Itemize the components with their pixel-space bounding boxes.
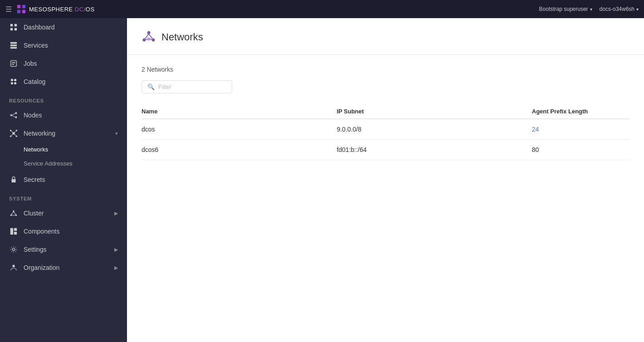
svg-point-25 (16, 130, 18, 132)
sidebar-item-jobs[interactable]: Jobs (0, 54, 127, 73)
filter-box[interactable]: 🔍 (141, 80, 232, 93)
svg-line-50 (145, 39, 147, 40)
svg-rect-11 (11, 61, 17, 67)
sidebar-item-settings[interactable]: Settings ▶ (0, 240, 127, 259)
networking-arrow-icon: ▾ (115, 131, 118, 137)
sidebar-item-cluster[interactable]: Cluster ▶ (0, 204, 127, 222)
svg-rect-0 (17, 5, 20, 8)
networks-count: 2 Networks (141, 66, 629, 73)
sidebar-item-secrets-label: Secrets (24, 176, 118, 183)
user-chevron-icon: ▾ (590, 7, 592, 12)
settings-icon (9, 245, 18, 254)
top-nav: ☰ MESOSPHERE DC/OS Bootstrap superuser ▾… (0, 0, 644, 18)
svg-rect-9 (10, 44, 17, 46)
svg-line-28 (12, 132, 13, 133)
cluster-menu[interactable]: docs-o34w6sh ▾ (600, 6, 639, 12)
sidebar-item-cluster-label: Cluster (24, 210, 109, 217)
cell-prefix-1: 80 (532, 140, 629, 160)
svg-rect-2 (17, 10, 20, 13)
components-icon (9, 227, 18, 236)
sidebar-item-components[interactable]: Components (0, 222, 127, 240)
system-section-label: System (0, 189, 127, 204)
sidebar-item-services-label: Services (24, 42, 118, 49)
cell-subnet-0: 9.0.0.0/8 (337, 119, 532, 140)
svg-point-24 (10, 130, 12, 132)
user-menu[interactable]: Bootstrap superuser ▾ (539, 6, 592, 12)
svg-rect-39 (10, 228, 13, 235)
sidebar-item-networking[interactable]: Networking ▾ (0, 124, 127, 142)
svg-line-21 (12, 113, 15, 116)
col-header-name: Name (141, 104, 337, 119)
col-header-prefix: Agent Prefix Length (532, 104, 629, 119)
sidebar-item-settings-label: Settings (24, 246, 109, 253)
svg-point-17 (14, 82, 16, 84)
networks-header-icon (141, 29, 156, 45)
main-content: Networks 2 Networks 🔍 Name IP Subnet Age… (127, 18, 644, 342)
cluster-icon (9, 209, 18, 218)
page-header: Networks (127, 18, 644, 55)
sidebar-item-organization[interactable]: Organization ▶ (0, 259, 127, 277)
sidebar-item-nodes[interactable]: Nodes (0, 106, 127, 124)
sidebar-item-jobs-label: Jobs (24, 60, 118, 67)
sidebar-item-catalog-label: Catalog (24, 78, 118, 85)
svg-rect-41 (14, 232, 17, 235)
cell-name-1: dcos6 (141, 140, 337, 160)
svg-rect-18 (10, 114, 12, 116)
table-body: dcos 9.0.0.0/8 24 dcos6 fd01:b::/64 80 (141, 119, 629, 160)
sidebar-subitem-service-addresses[interactable]: Service Addresses (24, 156, 127, 171)
networking-submenu: Networks Service Addresses (0, 142, 127, 171)
svg-point-34 (10, 215, 12, 216)
organization-arrow-icon: ▶ (114, 265, 118, 271)
sidebar-item-dashboard[interactable]: Dashboard (0, 18, 127, 36)
svg-point-35 (15, 215, 17, 216)
settings-arrow-icon: ▶ (114, 247, 118, 253)
page-title: Networks (161, 31, 203, 43)
logo[interactable]: MESOSPHERE DC/OS (16, 4, 95, 14)
svg-rect-10 (10, 47, 17, 49)
col-header-subnet: IP Subnet (337, 104, 532, 119)
page-body: 2 Networks 🔍 Name IP Subnet Agent Prefix… (127, 55, 644, 171)
svg-rect-19 (15, 112, 17, 114)
organization-icon (9, 263, 18, 272)
svg-rect-13 (12, 64, 14, 65)
jobs-icon (9, 59, 18, 68)
sidebar-item-nodes-label: Nodes (24, 112, 118, 119)
svg-line-22 (12, 115, 15, 117)
dashboard-icon (9, 23, 18, 32)
svg-rect-3 (22, 10, 25, 13)
table-header: Name IP Subnet Agent Prefix Length (141, 104, 629, 119)
svg-point-42 (12, 248, 15, 250)
table-row: dcos6 fd01:b::/64 80 (141, 140, 629, 160)
svg-point-15 (14, 79, 16, 81)
svg-point-33 (13, 210, 15, 212)
svg-line-30 (12, 134, 13, 136)
svg-rect-7 (15, 28, 17, 30)
hamburger-menu[interactable]: ☰ (5, 5, 12, 14)
sidebar-item-networking-label: Networking (24, 130, 110, 137)
sidebar-subitem-networks[interactable]: Networks (24, 142, 127, 156)
svg-point-16 (11, 82, 13, 84)
cell-prefix-0[interactable]: 24 (532, 119, 629, 140)
sidebar-item-components-label: Components (24, 228, 118, 235)
svg-line-37 (14, 212, 16, 214)
svg-line-51 (150, 39, 152, 40)
svg-rect-4 (10, 24, 13, 26)
catalog-icon (9, 77, 18, 86)
networking-icon (9, 129, 18, 138)
sidebar-item-dashboard-label: Dashboard (24, 24, 118, 31)
svg-rect-32 (12, 179, 16, 182)
sidebar-item-organization-label: Organization (24, 264, 109, 271)
logo-text: MESOSPHERE DC/OS (29, 6, 95, 13)
cluster-chevron-icon: ▾ (636, 7, 639, 12)
sidebar: Dashboard Services Jobs Catalog Resource… (0, 18, 127, 342)
svg-rect-40 (14, 228, 17, 231)
svg-line-36 (11, 212, 14, 214)
svg-rect-6 (10, 28, 13, 30)
svg-point-47 (147, 38, 151, 41)
sidebar-item-catalog[interactable]: Catalog (0, 73, 127, 91)
sidebar-item-secrets[interactable]: Secrets (0, 171, 127, 189)
sidebar-item-services[interactable]: Services (0, 36, 127, 54)
svg-line-29 (15, 132, 16, 133)
svg-rect-20 (15, 117, 17, 118)
filter-input[interactable] (158, 83, 226, 90)
